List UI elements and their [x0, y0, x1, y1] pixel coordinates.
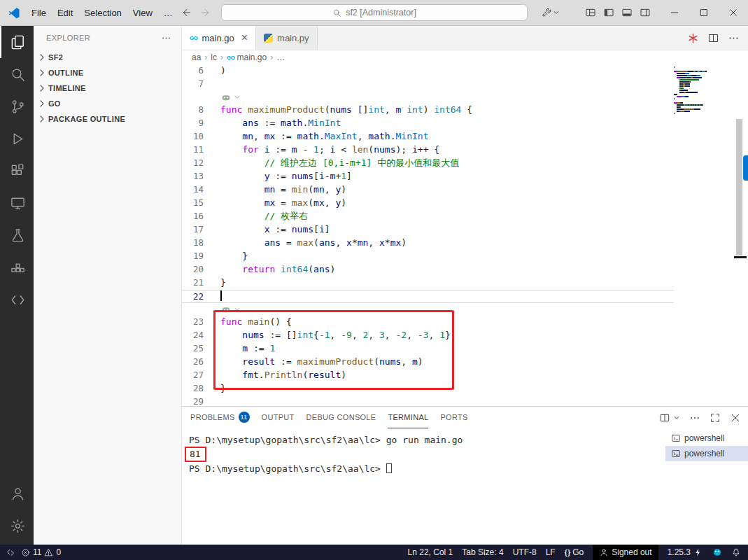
code-line-9[interactable]: 9 ans := math.MinInt — [182, 117, 674, 130]
code-line-23[interactable]: 23func main() { — [182, 316, 674, 329]
sidebar-section-sf2[interactable]: SF2 — [34, 50, 181, 65]
account-sign-status[interactable]: Signed out — [593, 545, 658, 560]
editor-more-icon[interactable] — [728, 32, 740, 44]
code-line-8[interactable]: 8func maximumProduct(nums []int, m int) … — [182, 104, 674, 117]
code-line-13[interactable]: 13 y := nums[i-m+1] — [182, 170, 674, 183]
split-editor-icon[interactable] — [707, 32, 719, 44]
panel-tab-problems[interactable]: PROBLEMS11 — [190, 407, 250, 428]
minimap[interactable] — [674, 66, 717, 117]
problems-status[interactable]: 11 0 — [21, 545, 61, 560]
minimize-button[interactable] — [660, 0, 689, 25]
activitybar-search[interactable] — [0, 58, 34, 90]
activitybar-explorer[interactable] — [0, 26, 34, 58]
tab-main-go[interactable]: GOmain.go× — [182, 26, 256, 50]
code-line-content: fmt.Println(result) — [220, 369, 346, 382]
tab-main-py[interactable]: main.py — [256, 26, 318, 50]
terminal-output[interactable]: PS D:\mysetup\gopath\src\sf2\aa\lc> go r… — [182, 428, 665, 545]
sidebar-section-package-outline[interactable]: PACKAGE OUTLINE — [34, 111, 181, 127]
toggle-panel-icon[interactable] — [621, 7, 633, 18]
sidebar-section-timeline[interactable]: TIMELINE — [34, 80, 181, 96]
back-icon[interactable] — [181, 7, 192, 18]
terminal-list-item[interactable]: powershell — [665, 430, 748, 446]
menu-edit[interactable]: Edit — [52, 6, 78, 20]
explorer-more-icon[interactable] — [161, 33, 171, 43]
code-line-15[interactable]: 15 mx = max(mx, y) — [182, 197, 674, 210]
panel-tab-terminal[interactable]: TERMINAL — [388, 407, 428, 428]
activitybar-snippets[interactable] — [0, 284, 34, 316]
run-code-icon[interactable] — [687, 32, 699, 44]
code-line-22[interactable]: 22 — [182, 290, 674, 303]
activitybar-testing[interactable] — [0, 219, 34, 251]
terminal-layout-icon[interactable] — [659, 412, 670, 424]
menu-more[interactable]: … — [158, 6, 178, 20]
code-line-16[interactable]: 16 // 枚举右 — [182, 210, 674, 223]
code-line-25[interactable]: 25 m := 1 — [182, 342, 674, 356]
activitybar-settings[interactable] — [0, 510, 34, 542]
editor[interactable]: 6)78func maximumProduct(nums []int, m in… — [182, 64, 748, 406]
minimap-token — [700, 108, 700, 110]
notifications[interactable] — [731, 545, 741, 560]
panel-tab-ports[interactable]: PORTS — [440, 407, 467, 428]
code-line-24[interactable]: 24 nums := []int{-1, -9, 2, 3, -2, -3, 1… — [182, 329, 674, 342]
code-line-10[interactable]: 10 mn, mx := math.MaxInt, math.MinInt — [182, 130, 674, 144]
customize-layout-icon[interactable] — [541, 7, 552, 18]
go-gopher-status[interactable] — [712, 545, 722, 560]
remote-indicator[interactable] — [6, 545, 15, 560]
line-number: 27 — [182, 369, 220, 382]
code-line-17[interactable]: 17 x := nums[i] — [182, 223, 674, 237]
code-line-20[interactable]: 20 return int64(ans) — [182, 263, 674, 276]
code-line-21[interactable]: 21} — [182, 276, 674, 290]
breadcrumb-item-aa[interactable]: aa — [192, 52, 201, 62]
code-line-18[interactable]: 18 ans = max(ans, x*mn, x*mx) — [182, 237, 674, 250]
panel-more-icon[interactable] — [689, 412, 700, 424]
encoding[interactable]: UTF-8 — [513, 545, 537, 560]
menu-view[interactable]: View — [127, 6, 158, 20]
cursor-position[interactable]: Ln 22, Col 1 — [408, 545, 453, 560]
maximize-panel-icon[interactable] — [710, 412, 721, 424]
menu-file[interactable]: File — [26, 6, 52, 20]
code-line-19[interactable]: 19 } — [182, 250, 674, 263]
panel-tab-output[interactable]: OUTPUT — [262, 407, 295, 428]
code-line-26[interactable]: 26 result := maximumProduct(nums, m) — [182, 356, 674, 369]
go-run-codelens[interactable] — [182, 303, 674, 316]
breadcrumb-item--[interactable]: … — [276, 52, 285, 62]
activitybar-run-debug[interactable] — [0, 122, 34, 155]
sidebar-section-outline[interactable]: OUTLINE — [34, 65, 181, 80]
terminal-list-item[interactable]: powershell — [665, 446, 748, 461]
activitybar-extensions[interactable] — [0, 155, 34, 187]
code-line-29[interactable]: 29 — [182, 396, 674, 406]
code-line-12[interactable]: 12 // 维护左边 [0,i-m+1] 中的最小值和最大值 — [182, 157, 674, 170]
toggle-primary-sidebar-icon[interactable] — [603, 7, 614, 18]
panel-tab-debug-console[interactable]: DEBUG CONSOLE — [306, 407, 376, 428]
code-line-27[interactable]: 27 fmt.Println(result) — [182, 369, 674, 382]
toggle-secondary-sidebar-icon[interactable] — [640, 7, 651, 18]
maximize-button[interactable] — [689, 0, 719, 25]
code-line-28[interactable]: 28} — [182, 382, 674, 396]
indentation[interactable]: Tab Size: 4 — [462, 545, 503, 560]
close-panel-icon[interactable] — [730, 412, 741, 424]
go-version-status[interactable]: 1.25.3 — [668, 545, 703, 560]
code-line-14[interactable]: 14 mn = min(mn, y) — [182, 183, 674, 197]
breadcrumb-item-main-go[interactable]: GOmain.go — [227, 52, 267, 62]
breadcrumb-item-lc[interactable]: lc — [211, 52, 217, 62]
close-window-button[interactable] — [719, 0, 748, 25]
eol-indicator[interactable]: LF — [546, 545, 556, 560]
command-center-search[interactable]: sf2 [Administrator] — [221, 4, 528, 21]
activitybar-source-control[interactable] — [0, 90, 34, 122]
scrollbar-thumb[interactable] — [736, 119, 742, 255]
forward-icon[interactable] — [200, 7, 211, 18]
code-line-6[interactable]: 6) — [182, 64, 674, 78]
code-line-content: ans = max(ans, x*mn, x*mx) — [220, 237, 407, 250]
activitybar-remote-explorer[interactable] — [0, 187, 34, 219]
code-line-7[interactable]: 7 — [182, 78, 674, 91]
activitybar-containers[interactable] — [0, 251, 34, 284]
go-run-codelens[interactable] — [182, 91, 674, 104]
close-tab-icon[interactable]: × — [241, 32, 248, 43]
menu-selection[interactable]: Selection — [78, 6, 127, 20]
code-line-11[interactable]: 11 for i := m - 1; i < len(nums); i++ { — [182, 144, 674, 157]
activitybar-account[interactable] — [0, 477, 34, 510]
editor-layout-icon[interactable] — [585, 7, 596, 18]
language-mode[interactable]: { } Go — [565, 545, 584, 560]
sidebar-section-label: TIMELINE — [48, 84, 86, 92]
sidebar-section-go[interactable]: GO — [34, 96, 181, 111]
